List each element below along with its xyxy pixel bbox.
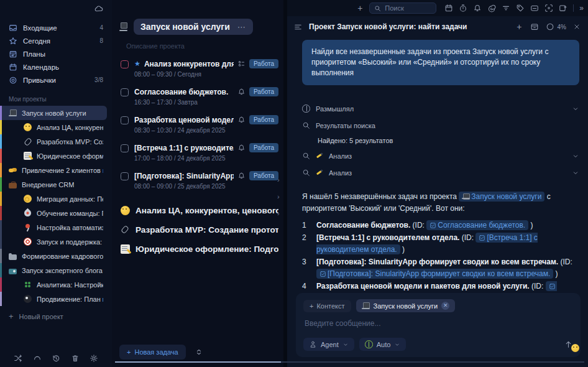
sidebar-item-count: 4	[99, 24, 103, 31]
message-composer[interactable]: + Контекст Запуск новой услуги ✕ Введите…	[296, 293, 581, 357]
sidebar-item-habits[interactable]: Привычки 3/8	[0, 73, 112, 86]
gesture-arc-icon[interactable]	[33, 354, 42, 363]
project-color-bar	[0, 134, 2, 149]
close-icon[interactable]	[573, 23, 581, 30]
search-input[interactable]: Поиск	[369, 2, 436, 14]
smiling-face-icon	[571, 344, 579, 352]
bell-icon[interactable]	[473, 4, 482, 12]
app-window: Входящие 4 Сегодня 8 Планы Календарь При…	[0, 0, 588, 367]
horizontal-scrollbar[interactable]	[115, 361, 584, 363]
card-reader-icon[interactable]	[530, 4, 539, 12]
chevron-down-icon[interactable]	[572, 152, 579, 160]
usage-ring-icon[interactable]	[546, 22, 554, 31]
thinking-face-icon	[121, 206, 130, 215]
sidebar-project-zapusk-i-podderzhka[interactable]: Запуск и поддержка: Тестов	[0, 235, 107, 249]
remove-context-icon[interactable]: ✕	[441, 302, 449, 310]
task-row[interactable]: [Встреча 1:1] с руководителем отде Работ…	[121, 143, 278, 162]
task-checkbox[interactable]	[121, 172, 129, 180]
project-title-pill[interactable]: Запуск новой услуги ⋯	[134, 19, 253, 35]
calendar-icon[interactable]	[444, 4, 453, 12]
chevron-down-icon[interactable]	[572, 105, 579, 113]
pencil-icon	[316, 169, 323, 177]
sidebar-project-formirovanie-kadrovogo[interactable]: Формирование кадрового	[0, 249, 107, 263]
archive-icon[interactable]	[530, 22, 539, 31]
step-analysis[interactable]: Анализ	[302, 147, 579, 164]
tag-badge: Работа	[249, 171, 278, 180]
timer-icon[interactable]	[459, 4, 467, 12]
task-checkbox[interactable]	[121, 88, 129, 96]
sidebar-project-migraciya-dannyh[interactable]: Миграция данных: Перенос	[0, 192, 107, 206]
step-analysis[interactable]: Анализ	[302, 164, 579, 181]
task-row[interactable]: Разработка ценовой модели и паке Работа …	[121, 115, 278, 134]
plus-icon: +	[310, 302, 313, 310]
project-color-bar	[0, 192, 2, 206]
chevron-right-icon[interactable]: ›	[277, 176, 280, 184]
sidebar-project-razrabotka-mvp[interactable]: Разработка MVP: Создание	[0, 134, 107, 149]
chat-messages[interactable]: Найди все незавершенные задачи из проект…	[287, 36, 588, 289]
assistant-message: Я нашёл 5 незавершённых задач из проекта…	[302, 191, 579, 215]
add-icon[interactable]: +	[357, 3, 362, 13]
sidebar-project-yuridicheskoe[interactable]: Юридическое оформление	[0, 149, 107, 163]
task-link-chip[interactable]: [Подготовка]: SinularityApp формирует св…	[316, 269, 553, 279]
sidebar-project-vnedrenie-crm[interactable]: Внедрение CRM	[0, 177, 107, 192]
project-color-bar	[0, 249, 2, 263]
sidebar-project-analitika[interactable]: Аналитика: Настройка метр	[0, 277, 107, 292]
chevron-down-icon[interactable]	[572, 169, 579, 177]
sidebar-project-privlechenie-klientov[interactable]: Привлечение 2 клиентов и	[0, 163, 107, 177]
section-heading[interactable]: Анализ ЦА, конкурентов, ценового ко	[121, 206, 278, 215]
expand-panel-icon[interactable]: »	[579, 4, 583, 12]
task-checkbox[interactable]	[121, 60, 129, 68]
my-projects-label: Мои проекты	[9, 96, 103, 103]
task-row[interactable]: [Подготовка]: SinularityApp форми Работа…	[121, 171, 278, 190]
settings-icon[interactable]	[90, 354, 98, 363]
sidebar-project-nastroyka-avtomatizacii[interactable]: Настройка автоматизации	[0, 220, 107, 235]
section-heading[interactable]: Юридическое оформление: Подготов	[121, 244, 278, 254]
more-menu-icon[interactable]: ⋯	[237, 22, 246, 32]
filter-icon[interactable]	[502, 4, 510, 12]
chevron-right-icon[interactable]: ›	[277, 193, 280, 200]
task-row[interactable]: Согласование бюджетов. Работа 16:30 – 17…	[121, 87, 278, 106]
sidebar-item-today[interactable]: Сегодня 8	[0, 34, 112, 47]
sidebar-item-calendar[interactable]: Календарь	[0, 60, 112, 73]
sidebar-project-obuchenie-komandy[interactable]: Обучение команды: Провед	[0, 206, 107, 220]
project-description-placeholder[interactable]: Описание проекта	[126, 42, 278, 50]
cloud-sync-icon[interactable]	[94, 4, 103, 14]
new-window-icon[interactable]	[559, 4, 567, 12]
history-icon[interactable]	[52, 354, 60, 363]
task-row[interactable]: ★ Анализ конкурентов для новой Работа 08…	[121, 59, 278, 78]
agent-mode-dropdown[interactable]: Agent	[303, 338, 354, 351]
task-checkbox[interactable]	[121, 116, 129, 124]
step-search-results[interactable]: Результаты поиска	[302, 117, 579, 134]
spiral-icon[interactable]	[487, 4, 496, 12]
scrollbar-thumb[interactable]	[115, 361, 281, 363]
new-chat-icon[interactable]: +	[517, 22, 521, 32]
chat-list-icon[interactable]	[293, 22, 303, 32]
sidebar-project-zapusk-bloga[interactable]: Запуск экспертного блога	[0, 263, 107, 277]
task-checkbox[interactable]	[121, 144, 129, 152]
model-mode-dropdown[interactable]: Auto	[359, 338, 407, 351]
sidebar-project-prodvizhenie[interactable]: Продвижение: План публик	[0, 292, 107, 306]
step-thinking[interactable]: Размышлял	[302, 100, 579, 117]
focus-icon[interactable]	[544, 4, 553, 12]
sidebar-project-analiz-ca[interactable]: Анализ ЦА, конкурентов, це	[0, 120, 107, 134]
trash-icon[interactable]	[71, 354, 80, 363]
new-task-button[interactable]: + Новая задача	[119, 345, 186, 360]
sidebar-item-inbox[interactable]: Входящие 4	[0, 21, 112, 34]
project-link-chip[interactable]: Запуск новой услуги	[459, 192, 544, 202]
add-context-button[interactable]: + Контекст	[303, 300, 351, 312]
tag-badge: Работа	[249, 87, 278, 96]
message-input[interactable]: Введите сообщение...	[305, 319, 572, 328]
shuffle-icon[interactable]	[14, 354, 22, 363]
collapse-expand-icon[interactable]	[195, 348, 203, 356]
laptop-icon	[362, 302, 370, 310]
bell-icon	[237, 88, 246, 96]
sidebar-item-plans[interactable]: Планы	[0, 47, 112, 60]
context-project-chip[interactable]: Запуск новой услуги ✕	[356, 299, 456, 312]
new-project-button[interactable]: + Новый проект	[9, 312, 103, 321]
search-icon	[302, 169, 310, 177]
tag-icon[interactable]	[516, 4, 525, 12]
task-link-chip[interactable]: Согласование бюджетов.	[426, 220, 528, 230]
section-heading[interactable]: Разработка MVP: Создание прототипа	[121, 225, 278, 235]
sidebar-project-zapusk-novoy-uslugi[interactable]: Запуск новой услуги	[0, 106, 107, 120]
chevron-right-icon[interactable]: ›	[277, 210, 280, 217]
